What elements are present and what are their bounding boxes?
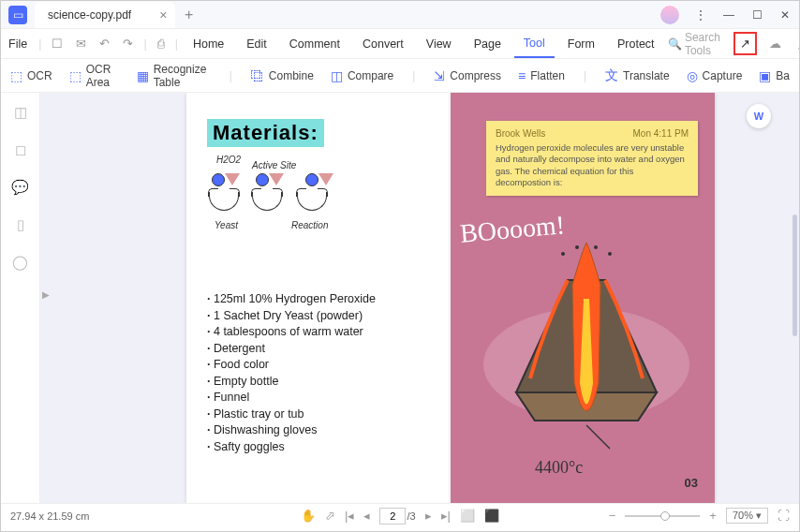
document-viewport[interactable]: ▶ W Materials: H2O2 Active Site Yeast Re… xyxy=(40,93,799,503)
tab-form[interactable]: Form xyxy=(558,37,604,51)
flatten-button[interactable]: ≡Flatten xyxy=(518,68,565,83)
materials-heading: Materials: xyxy=(207,119,324,147)
user-avatar[interactable] xyxy=(660,6,679,24)
comment-panel-icon[interactable]: 💬 xyxy=(11,179,29,196)
materials-list: 125ml 10% Hydrogen Peroxide 1 Sachet Dry… xyxy=(207,291,451,455)
close-tab-icon[interactable]: × xyxy=(159,7,167,22)
search-tools[interactable]: 🔍 Search Tools xyxy=(668,31,720,57)
hand-tool-icon[interactable]: ✋ xyxy=(301,509,316,523)
attachment-panel-icon[interactable]: ▯ xyxy=(17,216,24,233)
search-icon: 🔍 xyxy=(668,37,682,51)
svg-point-3 xyxy=(594,245,598,249)
cloud-icon[interactable]: ☁ xyxy=(764,37,786,51)
collapse-icon[interactable]: △ xyxy=(793,37,800,51)
thumbnail-panel-icon[interactable]: ◫ xyxy=(14,104,27,121)
zoom-slider[interactable] xyxy=(625,515,700,517)
note-time: Mon 4:11 PM xyxy=(633,128,689,139)
document-tab[interactable]: science-copy.pdf × xyxy=(35,2,175,28)
minimize-button[interactable]: — xyxy=(715,2,743,28)
translate-icon: 文 xyxy=(605,67,618,84)
svg-point-1 xyxy=(561,252,565,256)
sticky-note[interactable]: Brook Wells Mon 4:11 PM Hydrogen peroxid… xyxy=(486,121,698,196)
zoom-out-icon[interactable]: − xyxy=(609,509,616,523)
tab-page[interactable]: Page xyxy=(465,37,511,51)
zoom-in-icon[interactable]: + xyxy=(709,509,717,523)
expand-sidebar-icon[interactable]: ▶ xyxy=(42,289,50,300)
combine-icon: ⿻ xyxy=(251,68,264,83)
share-button[interactable]: ↗ xyxy=(733,32,757,55)
prev-page-icon[interactable]: ◂ xyxy=(363,509,370,523)
ocr-area-icon: ⬚ xyxy=(69,68,81,83)
page-number: 03 xyxy=(685,476,698,490)
svg-point-4 xyxy=(608,252,612,256)
tab-convert[interactable]: Convert xyxy=(353,37,413,51)
tab-comment[interactable]: Comment xyxy=(280,37,349,51)
reaction-diagram: H2O2 Active Site Yeast Reaction xyxy=(207,160,451,254)
next-page-icon[interactable]: ▸ xyxy=(425,509,432,523)
camera-icon: ◎ xyxy=(687,68,698,83)
recognize-table-button[interactable]: ▦Recognize Table xyxy=(137,63,211,89)
translate-button[interactable]: 文Translate xyxy=(605,67,670,84)
compress-icon: ⇲ xyxy=(434,68,445,83)
undo-icon[interactable]: ↶ xyxy=(95,37,114,51)
add-tab-button[interactable]: + xyxy=(185,7,193,23)
redo-icon[interactable]: ↷ xyxy=(118,37,138,51)
bookmark-panel-icon[interactable]: ◻ xyxy=(15,141,26,158)
page-right: Brook Wells Mon 4:11 PM Hydrogen peroxid… xyxy=(451,93,715,503)
fit-width-icon[interactable]: ⬜ xyxy=(460,509,475,523)
page-input[interactable] xyxy=(379,508,406,525)
print-icon[interactable]: ⎙ xyxy=(153,37,170,51)
tab-home[interactable]: Home xyxy=(184,37,233,51)
mail-icon[interactable]: ✉ xyxy=(71,37,91,51)
compare-button[interactable]: ◫Compare xyxy=(331,68,393,83)
ocr-icon: ⬚ xyxy=(10,68,22,83)
save-icon[interactable]: ☐ xyxy=(47,37,67,51)
kebab-icon[interactable]: ⋮ xyxy=(687,2,715,28)
svg-point-2 xyxy=(575,245,579,249)
zoom-value[interactable]: 70% ▾ xyxy=(726,508,768,524)
note-author: Brook Wells xyxy=(496,128,545,139)
maximize-button[interactable]: ☐ xyxy=(743,2,771,28)
tab-title: science-copy.pdf xyxy=(48,8,131,22)
page-left: Materials: H2O2 Active Site Yeast Reacti… xyxy=(186,93,451,503)
search-panel-icon[interactable]: ◯ xyxy=(12,254,28,271)
batch-icon: ▣ xyxy=(759,68,771,83)
compare-icon: ◫ xyxy=(331,68,343,83)
batch-button[interactable]: ▣Ba xyxy=(759,68,790,83)
svg-line-5 xyxy=(586,425,610,449)
close-button[interactable]: ✕ xyxy=(771,2,799,28)
tab-tool[interactable]: Tool xyxy=(514,29,555,58)
fullscreen-icon[interactable]: ⛶ xyxy=(778,509,790,523)
last-page-icon[interactable]: ▸| xyxy=(441,509,451,523)
capture-button[interactable]: ◎Capture xyxy=(687,68,743,83)
app-icon: ▭ xyxy=(8,6,27,24)
volcano-illustration xyxy=(479,243,694,458)
page-dimensions: 27.94 x 21.59 cm xyxy=(10,510,89,522)
compress-button[interactable]: ⇲Compress xyxy=(434,68,501,83)
flatten-icon: ≡ xyxy=(518,68,526,83)
tab-protect[interactable]: Protect xyxy=(608,37,664,51)
tab-view[interactable]: View xyxy=(417,37,461,51)
scrollbar[interactable] xyxy=(793,214,797,336)
combine-button[interactable]: ⿻Combine xyxy=(251,68,314,83)
note-body: Hydrogen peroxide molecules are very uns… xyxy=(496,142,689,188)
file-menu[interactable]: File xyxy=(8,37,27,51)
first-page-icon[interactable]: |◂ xyxy=(345,509,354,523)
tab-edit[interactable]: Edit xyxy=(237,37,276,51)
search-placeholder: Search Tools xyxy=(685,31,720,57)
select-tool-icon[interactable]: ⬀ xyxy=(325,509,335,523)
temperature-label: 4400°c xyxy=(535,458,583,478)
ocr-area-button[interactable]: ⬚OCR Area xyxy=(69,63,120,89)
table-icon: ▦ xyxy=(137,68,149,83)
ocr-button[interactable]: ⬚OCR xyxy=(10,68,52,83)
export-word-badge[interactable]: W xyxy=(747,104,771,128)
fit-page-icon[interactable]: ⬛ xyxy=(484,509,499,523)
